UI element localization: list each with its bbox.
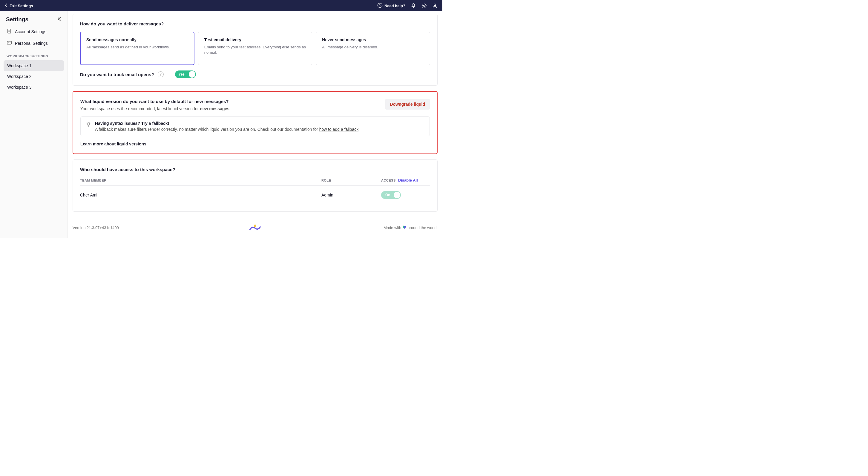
option-send-normally[interactable]: Send messages normally All messages send… [80,32,194,65]
exit-settings-link[interactable]: Exit Settings [5,4,33,8]
option-test-email[interactable]: Test email delivery Emails send to your … [198,32,312,65]
sidebar: Settings Account Settings Personal Setti… [0,11,68,238]
info-desc: A fallback makes sure filters render cor… [95,127,360,132]
footer: Version 21.3.97+431c1409 Made with aroun… [72,217,438,232]
user-icon[interactable] [432,3,438,8]
brand-logo [249,224,261,231]
nav-label: Personal Settings [15,41,48,46]
svg-point-10 [87,123,90,125]
svg-rect-7 [9,31,10,32]
svg-rect-6 [9,31,9,32]
svg-point-2 [434,4,436,6]
toggle-knob [394,192,400,198]
notifications-icon[interactable] [411,3,416,8]
member-role: Admin [321,193,381,197]
delivery-card: How do you want to deliver messages? Sen… [72,14,438,86]
svg-point-1 [424,5,425,7]
nav-personal-settings[interactable]: Personal Settings [4,37,64,49]
liquid-card: What liquid version do you want to use b… [72,91,438,154]
topbar: Exit Settings Need help? [0,0,442,11]
nav-account-settings[interactable]: Account Settings [4,26,64,37]
svg-rect-8 [7,41,11,44]
svg-point-11 [254,225,256,227]
fallback-info-box: Having syntax issues? Try a fallback! A … [80,117,430,136]
member-name: Cher Ami [80,193,321,197]
fallback-doc-link[interactable]: how to add a fallback [319,127,359,132]
table-row: Cher Ami Admin On [80,186,430,204]
access-title: Who should have access to this workspace… [80,167,430,172]
liquid-title: What liquid version do you want to use b… [80,99,230,104]
toggle-knob [189,71,195,77]
made-with-text: Made with around the world. [383,225,438,230]
toggle-label: Yes [175,72,185,76]
track-help-icon[interactable]: ? [158,71,164,77]
nav-label: Account Settings [15,29,46,34]
workspace-item-3[interactable]: Workspace 3 [4,82,64,93]
option-title: Send messages normally [86,37,188,42]
track-opens-label: Do you want to track email opens? [80,72,154,77]
track-opens-toggle[interactable]: Yes [175,70,196,78]
option-title: Never send messages [322,37,424,42]
need-help-link[interactable]: Need help? [377,3,405,9]
info-title: Having syntax issues? Try a fallback! [95,121,360,126]
workspace-item-2[interactable]: Workspace 2 [4,71,64,82]
option-title: Test email delivery [204,37,306,42]
version-text: Version 21.3.97+431c1409 [72,225,119,230]
collapse-sidebar-icon[interactable] [57,17,62,22]
option-desc: All message delivery is disabled. [322,44,424,50]
col-access: ACCESS [381,179,396,182]
help-label: Need help? [384,4,405,8]
svg-rect-5 [9,30,10,30]
id-card-icon [7,40,12,46]
option-desc: Emails send to your test address. Everyt… [204,44,306,55]
main-content: How do you want to deliver messages? Sen… [68,11,442,238]
chevron-left-icon [5,4,7,8]
option-desc: All messages send as defined in your wor… [86,44,188,50]
lightbulb-icon [86,122,91,132]
help-icon [377,3,383,9]
heart-icon [402,225,406,230]
svg-point-9 [8,42,9,43]
disable-all-link[interactable]: Disable All [398,178,418,183]
exit-label: Exit Settings [9,4,33,8]
col-role: ROLE [321,179,381,182]
learn-liquid-link[interactable]: Learn more about liquid versions [80,141,430,146]
building-icon [7,28,12,35]
downgrade-liquid-button[interactable]: Downgrade liquid [385,99,430,109]
svg-rect-3 [8,29,11,33]
svg-rect-4 [9,30,9,30]
workspace-item-1[interactable]: Workspace 1 [4,60,64,71]
gear-icon[interactable] [422,3,427,8]
toggle-label: On [381,193,391,197]
liquid-subtitle: Your workspace uses the recommended, lat… [80,106,230,111]
workspace-section-label: WORKSPACE SETTINGS [4,49,64,60]
option-never-send[interactable]: Never send messages All message delivery… [316,32,430,65]
member-access-toggle[interactable]: On [381,191,401,199]
sidebar-title: Settings [6,16,28,23]
access-card: Who should have access to this workspace… [72,159,438,212]
col-team-member: TEAM MEMBER [80,179,321,182]
delivery-title: How do you want to deliver messages? [80,21,430,26]
